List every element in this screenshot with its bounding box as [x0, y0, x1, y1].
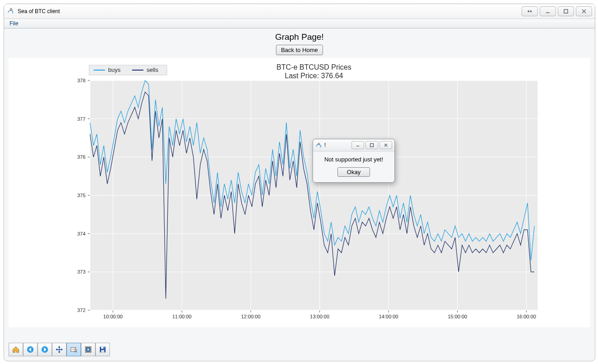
popup-title: !	[324, 142, 326, 148]
svg-text:377: 377	[77, 116, 85, 122]
svg-text:10:00:00: 10:00:00	[103, 314, 123, 319]
titlebar: B Sea of BTC client	[4, 4, 595, 19]
close-icon[interactable]	[576, 6, 592, 16]
svg-text:375: 375	[77, 193, 85, 198]
popup-titlebar: B !	[313, 139, 394, 151]
maximize-icon[interactable]	[558, 6, 574, 16]
svg-text:376: 376	[77, 154, 85, 160]
minimize-icon[interactable]	[540, 6, 556, 16]
title-help-icon[interactable]	[522, 6, 538, 16]
title-controls	[522, 6, 592, 16]
toolbar-save-icon[interactable]	[95, 343, 110, 356]
svg-text:11:00:00: 11:00:00	[172, 314, 192, 319]
menubar: File	[4, 19, 595, 28]
popup-dialog: B ! Not supported just yet! Okay	[313, 139, 395, 183]
svg-rect-65	[103, 347, 104, 349]
toolbar-back-icon[interactable]	[23, 343, 38, 356]
main-window: B Sea of BTC client File Graph Page! Bac…	[4, 4, 595, 361]
popup-maximize-icon[interactable]	[365, 141, 378, 149]
popup-body: Not supported just yet! Okay	[313, 151, 394, 182]
price-chart: 37237337437537637737810:00:0011:00:0012:…	[9, 58, 590, 327]
svg-text:B: B	[318, 142, 320, 145]
svg-point-61	[87, 349, 89, 350]
svg-text:378: 378	[77, 78, 85, 83]
toolbar-configure-icon[interactable]	[81, 343, 95, 356]
svg-text:13:00:00: 13:00:00	[310, 314, 329, 319]
svg-text:372: 372	[77, 307, 85, 313]
toolbar-forward-icon[interactable]	[38, 343, 52, 356]
svg-line-58	[76, 352, 77, 353]
back-to-home-button[interactable]: Back to Home	[276, 45, 323, 55]
svg-text:373: 373	[77, 269, 85, 274]
svg-text:BTC-e BTCUSD Prices: BTC-e BTCUSD Prices	[276, 63, 351, 71]
svg-text:sells: sells	[147, 66, 159, 73]
svg-rect-2	[564, 9, 568, 13]
popup-app-icon: B	[315, 142, 323, 149]
popup-message: Not supported just yet!	[318, 156, 390, 163]
toolbar-pan-icon[interactable]	[52, 343, 66, 356]
svg-text:12:00:00: 12:00:00	[241, 314, 261, 319]
toolbar-home-icon[interactable]	[9, 343, 23, 356]
svg-text:Last Price: 376.64: Last Price: 376.64	[285, 72, 343, 80]
chart-area: 37237337437537637737810:00:0011:00:0012:…	[9, 58, 590, 327]
app-icon: B	[7, 7, 15, 15]
menu-file[interactable]: File	[6, 19, 22, 28]
mpl-toolbar	[9, 343, 110, 356]
svg-text:374: 374	[77, 231, 85, 236]
svg-text:15:00:00: 15:00:00	[448, 314, 467, 319]
toolbar-zoom-icon[interactable]	[66, 343, 81, 356]
window-title: Sea of BTC client	[18, 8, 60, 14]
svg-text:B: B	[10, 7, 12, 11]
svg-rect-64	[101, 350, 104, 352]
page-header: Graph Page! Back to Home	[4, 28, 595, 58]
svg-text:14:00:00: 14:00:00	[379, 314, 399, 319]
page-title: Graph Page!	[4, 32, 595, 42]
svg-rect-68	[370, 144, 374, 147]
popup-okay-button[interactable]: Okay	[337, 167, 370, 177]
popup-close-icon[interactable]	[380, 141, 392, 149]
svg-text:buys: buys	[108, 66, 121, 73]
popup-minimize-icon[interactable]	[351, 141, 364, 149]
svg-text:16:00:00: 16:00:00	[517, 314, 536, 319]
